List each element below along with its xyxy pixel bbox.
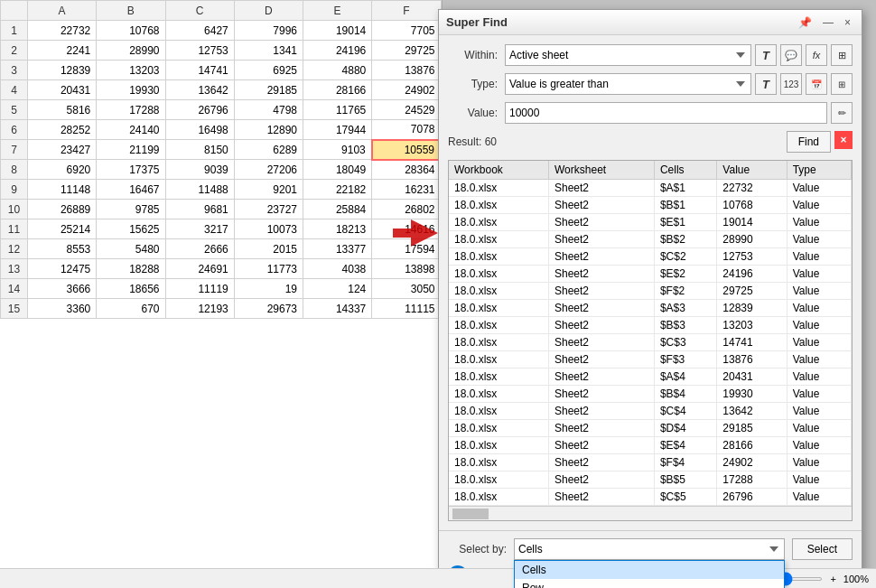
type-select[interactable]: Value is greater than Value is less than… bbox=[505, 73, 751, 95]
cell[interactable]: 28364 bbox=[372, 160, 441, 180]
table-row[interactable]: 18.0.xlsxSheet2$B$419930Value bbox=[449, 386, 852, 403]
cell[interactable]: 8553 bbox=[28, 239, 97, 259]
minimize-button[interactable]: — bbox=[819, 16, 837, 29]
cell[interactable]: 3217 bbox=[165, 219, 234, 239]
cell[interactable]: 11765 bbox=[303, 100, 372, 120]
dropdown-row[interactable]: Row bbox=[515, 579, 784, 588]
cell[interactable]: 26796 bbox=[165, 100, 234, 120]
table-row[interactable]: 18.0.xlsxSheet2$F$313876Value bbox=[449, 351, 852, 369]
cell[interactable]: 23427 bbox=[28, 140, 97, 160]
within-select[interactable]: Active sheet Workbook bbox=[505, 44, 751, 66]
cell[interactable]: 15625 bbox=[97, 219, 165, 239]
cell[interactable]: 1341 bbox=[234, 41, 303, 61]
cell[interactable]: 10768 bbox=[97, 21, 165, 41]
cell[interactable]: 3050 bbox=[372, 279, 441, 299]
zoom-plus[interactable]: + bbox=[830, 574, 835, 584]
table-row[interactable]: 18.0.xlsxSheet2$C$212753Value bbox=[449, 248, 852, 266]
cell[interactable]: 24196 bbox=[303, 41, 372, 61]
cell[interactable]: 6289 bbox=[234, 140, 303, 160]
row-number[interactable]: 14 bbox=[1, 279, 28, 299]
cell[interactable]: 9103 bbox=[303, 140, 372, 160]
cell[interactable]: 124 bbox=[303, 279, 372, 299]
row-number[interactable]: 5 bbox=[1, 100, 28, 120]
row-number[interactable]: 12 bbox=[1, 239, 28, 259]
cell[interactable]: 12475 bbox=[28, 259, 97, 279]
cell[interactable]: 11773 bbox=[234, 259, 303, 279]
cell[interactable]: 22182 bbox=[303, 180, 372, 200]
table-row[interactable]: 18.0.xlsxSheet2$C$413642Value bbox=[449, 403, 852, 420]
cell[interactable]: 7996 bbox=[234, 21, 303, 41]
row-number[interactable]: 3 bbox=[1, 61, 28, 80]
cell[interactable]: 13876 bbox=[372, 61, 441, 80]
cell[interactable]: 9201 bbox=[234, 180, 303, 200]
cell[interactable]: 11119 bbox=[165, 279, 234, 299]
cell[interactable]: 4798 bbox=[234, 100, 303, 120]
cell[interactable]: 18049 bbox=[303, 160, 372, 180]
cell[interactable]: 16498 bbox=[165, 120, 234, 140]
cell[interactable]: 11148 bbox=[28, 180, 97, 200]
cell[interactable]: 23727 bbox=[234, 200, 303, 219]
table-row[interactable]: 18.0.xlsxSheet2$E$119014Value bbox=[449, 214, 852, 231]
cell[interactable]: 19 bbox=[234, 279, 303, 299]
cell[interactable]: 28166 bbox=[303, 80, 372, 100]
cell[interactable]: 28252 bbox=[28, 120, 97, 140]
cell[interactable]: 2241 bbox=[28, 41, 97, 61]
cell[interactable]: 12890 bbox=[234, 120, 303, 140]
value-input[interactable] bbox=[505, 102, 827, 124]
table-row[interactable]: 18.0.xlsxSheet2$F$424902Value bbox=[449, 454, 852, 471]
find-button[interactable]: Find bbox=[787, 131, 831, 153]
cell[interactable]: 9785 bbox=[97, 200, 165, 219]
cell[interactable]: 8150 bbox=[165, 140, 234, 160]
cell[interactable]: 670 bbox=[97, 299, 165, 319]
cell[interactable]: 28990 bbox=[97, 41, 165, 61]
cell[interactable]: 25884 bbox=[303, 200, 372, 219]
cell[interactable]: 19014 bbox=[303, 21, 372, 41]
within-grid-btn[interactable]: ⊞ bbox=[831, 44, 853, 66]
table-row[interactable]: 18.0.xlsxSheet2$D$429185Value bbox=[449, 420, 852, 437]
table-row[interactable]: 18.0.xlsxSheet2$E$224196Value bbox=[449, 266, 852, 283]
cell[interactable]: 11115 bbox=[372, 299, 441, 319]
cell[interactable]: 25214 bbox=[28, 219, 97, 239]
table-row[interactable]: 18.0.xlsxSheet2$B$313203Value bbox=[449, 317, 852, 334]
cell[interactable]: 3360 bbox=[28, 299, 97, 319]
cell[interactable]: 5480 bbox=[97, 239, 165, 259]
cell[interactable]: 4038 bbox=[303, 259, 372, 279]
cell[interactable]: 18656 bbox=[97, 279, 165, 299]
value-picker-btn[interactable]: ✏ bbox=[831, 102, 853, 124]
table-row[interactable]: 18.0.xlsxSheet2$A$312839Value bbox=[449, 300, 852, 317]
cell[interactable]: 24691 bbox=[165, 259, 234, 279]
cell[interactable]: 20431 bbox=[28, 80, 97, 100]
cell[interactable]: 21199 bbox=[97, 140, 165, 160]
cell[interactable]: 26802 bbox=[372, 200, 441, 219]
horizontal-scrollbar[interactable] bbox=[449, 506, 852, 520]
cell[interactable]: 29725 bbox=[372, 41, 441, 61]
cell[interactable]: 4880 bbox=[303, 61, 372, 80]
table-row[interactable]: 18.0.xlsxSheet2$B$228990Value bbox=[449, 231, 852, 248]
table-row[interactable]: 18.0.xlsxSheet2$A$420431Value bbox=[449, 369, 852, 386]
row-number[interactable]: 10 bbox=[1, 200, 28, 219]
cell[interactable]: 17944 bbox=[303, 120, 372, 140]
cell[interactable]: 14337 bbox=[303, 299, 372, 319]
cell[interactable]: 17375 bbox=[97, 160, 165, 180]
row-number[interactable]: 13 bbox=[1, 259, 28, 279]
cell[interactable]: 6427 bbox=[165, 21, 234, 41]
table-row[interactable]: 18.0.xlsxSheet2$E$428166Value bbox=[449, 437, 852, 454]
cell[interactable]: 12839 bbox=[28, 61, 97, 80]
cell[interactable]: 7078 bbox=[372, 120, 441, 140]
clear-results-button[interactable]: × bbox=[834, 131, 853, 149]
cell[interactable]: 29185 bbox=[234, 80, 303, 100]
cell[interactable]: 10559 bbox=[372, 140, 441, 160]
cell[interactable]: 13642 bbox=[165, 80, 234, 100]
row-number[interactable]: 15 bbox=[1, 299, 28, 319]
row-number[interactable]: 2 bbox=[1, 41, 28, 61]
within-formula-btn[interactable]: fx bbox=[806, 44, 827, 66]
cell[interactable]: 13203 bbox=[97, 61, 165, 80]
cell[interactable]: 3666 bbox=[28, 279, 97, 299]
table-row[interactable]: 18.0.xlsxSheet2$C$314741Value bbox=[449, 334, 852, 351]
cell[interactable]: 5816 bbox=[28, 100, 97, 120]
row-number[interactable]: 7 bbox=[1, 140, 28, 160]
type-t-btn[interactable]: T bbox=[755, 73, 777, 95]
table-row[interactable]: 18.0.xlsxSheet2$A$122732Value bbox=[449, 180, 852, 197]
cell[interactable]: 12193 bbox=[165, 299, 234, 319]
cell[interactable]: 10073 bbox=[234, 219, 303, 239]
